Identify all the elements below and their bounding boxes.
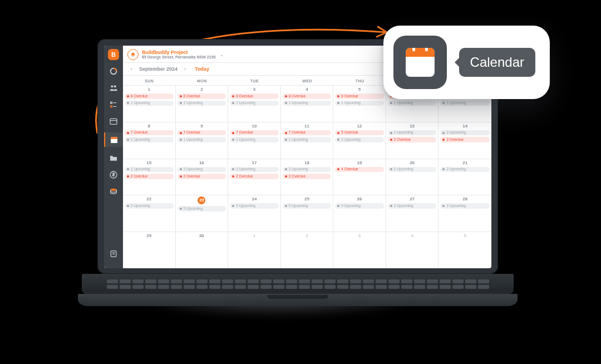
overdue-pill[interactable]: 7 Overdue — [230, 130, 279, 136]
upcoming-pill[interactable]: 2 Upcoming — [125, 167, 174, 173]
upcoming-pill[interactable]: 2 Upcoming — [440, 203, 490, 209]
calendar-day[interactable]: 132 Upcoming2 Overdue — [386, 122, 439, 159]
sidebar-item-dashboard[interactable] — [108, 66, 119, 77]
calendar-day[interactable]: 1 — [228, 232, 281, 268]
calendar-day[interactable]: 107 Overdue1 Upcoming — [228, 122, 281, 159]
upcoming-pill[interactable]: 2 Upcoming — [335, 137, 384, 142]
sidebar-item-schedule[interactable] — [108, 116, 119, 127]
day-number: 1 — [125, 87, 174, 92]
calendar-day[interactable]: 255 Upcoming — [281, 195, 334, 232]
overdue-pill[interactable]: 2 Overdue — [388, 137, 437, 142]
calendar-day[interactable]: 152 Upcoming2 Overdue — [123, 159, 176, 195]
sidebar-item-finance[interactable] — [108, 169, 119, 180]
upcoming-pill[interactable]: 1 Upcoming — [283, 101, 332, 106]
calendar-day[interactable]: 225 Upcoming — [123, 195, 176, 232]
upcoming-pill[interactable]: 2 Upcoming — [388, 203, 437, 209]
overdue-pill[interactable]: 7 Overdue — [178, 130, 226, 136]
overdue-pill[interactable]: 8 Overdue — [178, 94, 226, 99]
today-button[interactable]: Today — [195, 66, 209, 72]
home-icon[interactable] — [127, 49, 139, 60]
sidebar-item-tasks[interactable] — [108, 99, 119, 110]
sidebar-item-logo[interactable]: B — [108, 49, 119, 60]
calendar-day[interactable]: 2 — [281, 232, 334, 268]
sidebar-item-team[interactable] — [108, 82, 119, 94]
upcoming-pill[interactable]: 5 Upcoming — [230, 203, 279, 209]
callout-label: Calendar — [459, 48, 535, 77]
upcoming-pill[interactable]: 2 Upcoming — [388, 130, 437, 136]
calendar-day[interactable]: 265 Upcoming — [333, 195, 386, 232]
day-header: SUN — [123, 79, 176, 83]
overdue-pill[interactable]: 2 Overdue — [178, 174, 226, 179]
overdue-pill[interactable]: 2 Overdue — [440, 137, 490, 142]
overdue-pill[interactable]: 8 Overdue — [335, 94, 384, 99]
overdue-pill[interactable]: 8 Overdue — [230, 94, 279, 99]
sidebar-item-files[interactable] — [108, 153, 119, 164]
calendar-day[interactable]: 38 Overdue1 Upcoming — [228, 85, 281, 122]
prev-month-button[interactable]: ‹ — [129, 66, 135, 72]
upcoming-pill[interactable]: 2 Upcoming — [440, 167, 490, 173]
upcoming-pill[interactable]: 2 Upcoming — [178, 167, 226, 173]
overdue-pill[interactable]: 7 Overdue — [283, 130, 332, 136]
upcoming-pill[interactable]: 2 Upcoming — [230, 167, 279, 173]
upcoming-pill[interactable]: 2 Upcoming — [388, 167, 437, 173]
calendar-day[interactable]: 48 Overdue1 Upcoming — [281, 85, 334, 122]
calendar-day[interactable]: 28 Overdue1 Upcoming — [176, 85, 229, 122]
calendar-day[interactable]: 125 Overdue2 Upcoming — [333, 122, 386, 159]
calendar-day[interactable]: 172 Upcoming2 Overdue — [228, 159, 281, 195]
calendar-day[interactable]: 142 Upcoming2 Overdue — [439, 122, 491, 159]
sidebar-item-reports[interactable] — [108, 186, 119, 197]
calendar-day[interactable]: 272 Upcoming — [386, 195, 439, 232]
upcoming-pill[interactable]: 1 Upcoming — [125, 137, 174, 142]
overdue-pill[interactable]: 8 Overdue — [283, 94, 332, 99]
upcoming-pill[interactable]: 1 Upcoming — [230, 137, 279, 142]
overdue-pill[interactable]: 8 Overdue — [125, 94, 174, 99]
upcoming-pill[interactable]: 1 Upcoming — [283, 137, 332, 142]
calendar-day[interactable]: 87 Overdue1 Upcoming — [123, 122, 176, 159]
upcoming-pill[interactable]: 1 Upcoming — [440, 101, 490, 106]
project-selector[interactable]: Buildbuddy Project 85 George Street, Par… — [142, 50, 215, 60]
upcoming-pill[interactable]: 5 Upcoming — [178, 206, 226, 211]
calendar-day[interactable]: 5 — [439, 232, 491, 268]
sidebar-footer-notes[interactable] — [108, 248, 119, 259]
calendar-day[interactable]: 235 Upcoming — [176, 195, 229, 232]
overdue-pill[interactable]: 5 Overdue — [335, 130, 384, 136]
upcoming-pill[interactable]: 1 Upcoming — [388, 101, 437, 106]
overdue-pill[interactable]: 4 Overdue — [335, 167, 384, 173]
upcoming-pill[interactable]: 1 Upcoming — [335, 101, 384, 106]
calendar-day[interactable]: 18 Overdue1 Upcoming — [123, 85, 176, 122]
calendar-day[interactable]: 30 — [176, 232, 229, 268]
overdue-pill[interactable]: 2 Overdue — [125, 174, 174, 179]
day-number: 14 — [440, 124, 490, 129]
svg-point-12 — [111, 189, 117, 191]
next-month-button[interactable]: › — [182, 66, 188, 72]
day-header: THU — [333, 79, 386, 83]
calendar-day[interactable]: 4 — [386, 232, 439, 268]
sidebar-item-calendar[interactable] — [104, 132, 123, 147]
calendar-day[interactable]: 117 Overdue1 Upcoming — [281, 122, 334, 159]
upcoming-pill[interactable]: 1 Upcoming — [125, 101, 174, 106]
calendar-day[interactable]: 97 Overdue1 Upcoming — [176, 122, 229, 159]
overdue-pill[interactable]: 2 Overdue — [283, 174, 332, 179]
calendar-day[interactable]: 162 Upcoming2 Overdue — [176, 159, 229, 195]
upcoming-pill[interactable]: 5 Upcoming — [283, 203, 332, 209]
calendar-day[interactable]: 3 — [333, 232, 386, 268]
upcoming-pill[interactable]: 1 Upcoming — [178, 101, 226, 106]
calendar-day[interactable]: 212 Upcoming — [439, 159, 491, 195]
calendar-day[interactable]: 194 Overdue — [333, 159, 386, 195]
upcoming-pill[interactable]: 2 Upcoming — [440, 130, 490, 136]
calendar-day[interactable]: 58 Overdue1 Upcoming — [333, 85, 386, 122]
upcoming-pill[interactable]: 5 Upcoming — [335, 203, 384, 209]
day-number: 22 — [125, 196, 174, 201]
upcoming-pill[interactable]: 5 Upcoming — [125, 203, 174, 209]
calendar-day[interactable]: 282 Upcoming — [439, 195, 491, 232]
upcoming-pill[interactable]: 1 Upcoming — [178, 137, 226, 142]
calendar-day[interactable]: 182 Upcoming2 Overdue — [281, 159, 334, 195]
chevron-down-icon[interactable]: ⌄ — [220, 52, 224, 57]
upcoming-pill[interactable]: 1 Upcoming — [230, 101, 279, 106]
calendar-day[interactable]: 202 Upcoming — [386, 159, 439, 195]
calendar-day[interactable]: 29 — [123, 232, 176, 268]
overdue-pill[interactable]: 2 Overdue — [230, 174, 279, 179]
calendar-day[interactable]: 245 Upcoming — [228, 195, 281, 232]
upcoming-pill[interactable]: 2 Upcoming — [283, 167, 332, 173]
overdue-pill[interactable]: 7 Overdue — [125, 130, 174, 136]
